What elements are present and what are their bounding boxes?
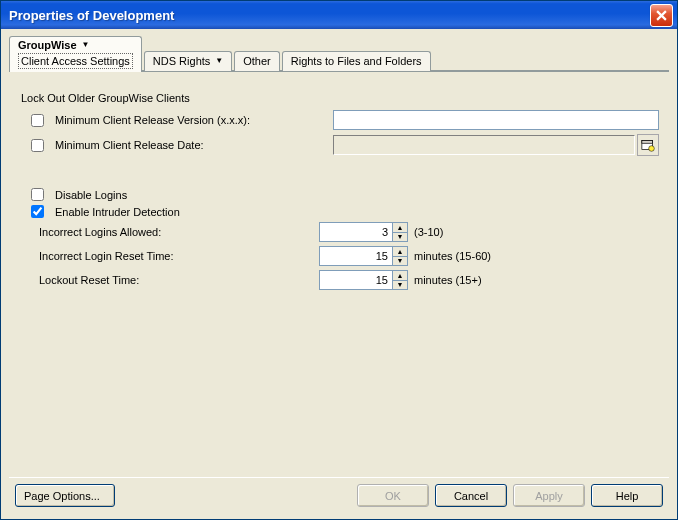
enable-intruder-checkbox[interactable] [31, 205, 44, 218]
help-button[interactable]: Help [591, 484, 663, 507]
disable-logins-checkbox[interactable] [31, 188, 44, 201]
chevron-down-icon: ▼ [215, 54, 223, 68]
tab-rights-label: Rights to Files and Folders [291, 54, 422, 68]
close-icon [656, 10, 667, 21]
enable-intruder-row: Enable Intruder Detection [19, 205, 659, 218]
cancel-button[interactable]: Cancel [435, 484, 507, 507]
disable-logins-label: Disable Logins [55, 189, 127, 201]
tab-other[interactable]: Other [234, 51, 280, 71]
date-picker-button[interactable] [637, 134, 659, 156]
svg-point-2 [649, 146, 655, 152]
tab-groupwise[interactable]: GroupWise ▼ Client Access Settings [9, 36, 142, 72]
lockout-reset-input[interactable] [319, 270, 393, 290]
title-bar: Properties of Development [1, 1, 677, 29]
incorrect-logins-spinner[interactable]: ▲ ▼ [319, 222, 408, 242]
lockout-reset-spinner[interactable]: ▲ ▼ [319, 270, 408, 290]
reset-time-spinner[interactable]: ▲ ▼ [319, 246, 408, 266]
window-title: Properties of Development [9, 8, 650, 23]
page-options-button[interactable]: Page Options... [15, 484, 115, 507]
incorrect-logins-label: Incorrect Logins Allowed: [39, 226, 319, 238]
spin-down[interactable]: ▼ [393, 256, 408, 267]
spin-up[interactable]: ▲ [393, 222, 408, 232]
incorrect-logins-input[interactable] [319, 222, 393, 242]
chevron-down-icon: ▼ [82, 38, 90, 52]
ok-button[interactable]: OK [357, 484, 429, 507]
disable-logins-row: Disable Logins [19, 188, 659, 201]
reset-time-suffix: minutes (15-60) [414, 250, 491, 262]
spin-up[interactable]: ▲ [393, 246, 408, 256]
min-version-checkbox[interactable] [31, 114, 44, 127]
tab-strip: GroupWise ▼ Client Access Settings NDS R… [9, 35, 669, 71]
close-button[interactable] [650, 4, 673, 27]
apply-button[interactable]: Apply [513, 484, 585, 507]
lockout-reset-label: Lockout Reset Time: [39, 274, 319, 286]
min-date-checkbox[interactable] [31, 139, 44, 152]
min-version-input[interactable] [333, 110, 659, 130]
enable-intruder-label: Enable Intruder Detection [55, 206, 180, 218]
properties-window: Properties of Development GroupWise ▼ Cl… [0, 0, 678, 520]
svg-rect-1 [642, 141, 653, 144]
lockout-reset-row: Lockout Reset Time: ▲ ▼ minutes (15+) [19, 270, 659, 290]
dialog-footer: Page Options... OK Cancel Apply Help [9, 477, 669, 513]
tab-groupwise-label: GroupWise [18, 38, 77, 52]
min-date-row: Minimum Client Release Date: [19, 134, 659, 156]
incorrect-logins-row: Incorrect Logins Allowed: ▲ ▼ (3-10) [19, 222, 659, 242]
tab-nds-rights[interactable]: NDS Rights ▼ [144, 51, 232, 71]
reset-time-row: Incorrect Login Reset Time: ▲ ▼ minutes … [19, 246, 659, 266]
spin-down[interactable]: ▼ [393, 280, 408, 291]
min-date-input[interactable] [333, 135, 635, 155]
tab-groupwise-subline: Client Access Settings [18, 53, 133, 69]
min-version-label: Minimum Client Release Version (x.x.x): [55, 114, 333, 126]
min-date-label: Minimum Client Release Date: [55, 139, 333, 151]
lockout-section-title: Lock Out Older GroupWise Clients [21, 92, 659, 104]
tab-other-label: Other [243, 54, 271, 68]
content-area: GroupWise ▼ Client Access Settings NDS R… [1, 29, 677, 519]
incorrect-logins-suffix: (3-10) [414, 226, 443, 238]
calendar-icon [641, 138, 655, 152]
spin-down[interactable]: ▼ [393, 232, 408, 243]
panel-body: Lock Out Older GroupWise Clients Minimum… [9, 72, 669, 477]
tab-rights-files[interactable]: Rights to Files and Folders [282, 51, 431, 71]
reset-time-label: Incorrect Login Reset Time: [39, 250, 319, 262]
spin-up[interactable]: ▲ [393, 270, 408, 280]
tab-nds-label: NDS Rights [153, 54, 210, 68]
reset-time-input[interactable] [319, 246, 393, 266]
lockout-reset-suffix: minutes (15+) [414, 274, 482, 286]
min-version-row: Minimum Client Release Version (x.x.x): [19, 110, 659, 130]
